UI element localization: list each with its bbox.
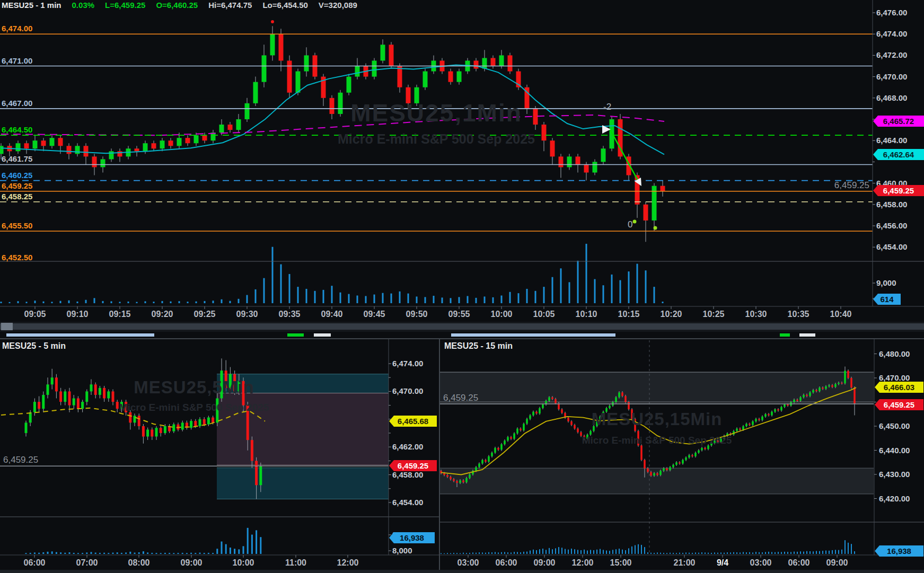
price-axis-5min[interactable]: [389, 339, 439, 555]
scroll-strip-segment: [314, 333, 331, 337]
watermark-1min-desc: Micro E-mini S&P 500 Sep 2025: [338, 131, 535, 147]
panel-title-5min: MESU25 - 5 min: [2, 341, 66, 351]
scroll-strip-segment: [780, 333, 790, 337]
scrollbar-rail-1min[interactable]: [0, 323, 924, 330]
change-percent-label: 0.03%: [72, 1, 95, 10]
time-axis-1min[interactable]: [0, 306, 924, 322]
chart-header-1min: MESU25 - 1 min 0.03% L=6,459.25 O=6,460.…: [0, 0, 871, 10]
chart-canvas[interactable]: [0, 0, 924, 573]
low-price-label: Lo=6,454.50: [262, 1, 307, 10]
open-price-label: O=6,460.25: [156, 1, 198, 10]
time-axis-5min[interactable]: [0, 555, 439, 570]
scroll-strip-segment: [6, 333, 154, 337]
scroll-strip-segment: [799, 333, 815, 337]
bottom-edge-strip: [0, 570, 924, 573]
panel-title-15min: MESU25 - 15 min: [444, 341, 513, 351]
trading-workspace: MESU25 - 1 min 0.03% L=6,459.25 O=6,460.…: [0, 0, 924, 573]
watermark-1min-symbol: MESU25,1Min: [350, 99, 522, 127]
symbol-interval-label: MESU25 - 1 min: [2, 1, 61, 10]
high-price-label: Hi=6,474.75: [208, 1, 252, 10]
scrollbar-handle-1min[interactable]: [1, 323, 13, 330]
watermark-5min-symbol: MESU25,5Min: [134, 377, 254, 398]
price-axis-1min[interactable]: [873, 0, 924, 306]
scroll-strip-segment: [287, 333, 304, 337]
panel-divider-horizontal: [0, 338, 924, 339]
watermark-15min-symbol: MESU25,15Min: [592, 409, 723, 429]
scroll-strip-segment: [451, 333, 615, 337]
time-axis-15min[interactable]: [440, 555, 924, 570]
watermark-15min-desc: Micro E-mini S&P 500 Sep 2025: [582, 435, 732, 446]
last-price-label: L=6,459.25: [105, 1, 145, 10]
price-axis-15min[interactable]: [874, 339, 924, 555]
panel-divider-vertical: [439, 338, 440, 573]
volume-label: V=320,089: [319, 1, 357, 10]
panel-scroll-strip[interactable]: [0, 332, 924, 338]
watermark-5min-desc: Micro E-mini S&P 500 Sep 2025: [119, 402, 269, 413]
